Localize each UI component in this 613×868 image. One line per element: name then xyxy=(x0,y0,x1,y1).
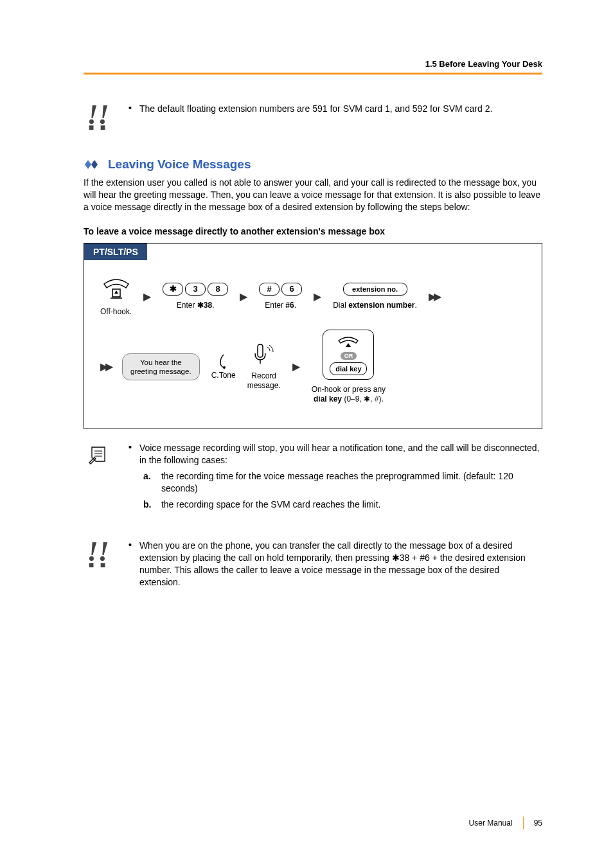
footer-divider xyxy=(523,817,524,829)
note-block: • Voice message recording will stop, you… xyxy=(84,442,542,514)
offhook-icon xyxy=(101,276,132,302)
footer-page-number: 95 xyxy=(534,819,542,828)
important-icon: !!■ ■ xyxy=(84,103,112,132)
svg-marker-5 xyxy=(346,343,351,347)
note-text: Voice message recording will stop, you w… xyxy=(139,442,542,514)
heading-diamond-icon xyxy=(84,159,102,170)
onhook-step: OR dial key On-hook or press any dial ke… xyxy=(312,330,386,404)
section-heading: Leaving Voice Messages xyxy=(84,157,542,172)
step-extno: extension no. Dial extension number. xyxy=(333,283,417,310)
ctone-step: C.Tone xyxy=(211,353,236,380)
onhook-caption: On-hook or press any dial key (0–9, ✱, #… xyxy=(312,385,386,404)
tip1-text: The default floating extension numbers a… xyxy=(139,103,542,115)
key-group-hash6: # 6 xyxy=(259,283,302,296)
onhook-icon xyxy=(335,335,361,350)
bullet-icon: • xyxy=(129,442,132,514)
flow-row-1: Off-hook. ▶ ✱ 3 8 Enter ✱38. ▶ xyxy=(100,276,526,317)
greeting-bubble: You hear the greeting message. xyxy=(122,353,200,381)
extno-caption: Dial extension number. xyxy=(333,301,417,310)
or-pill: OR xyxy=(341,352,357,360)
page-content: !!■ ■ • The default floating extension n… xyxy=(84,103,542,589)
tip1-body: • The default floating extension numbers… xyxy=(129,103,542,115)
header-section-label: 1.5 Before Leaving Your Desk xyxy=(425,59,542,69)
note-item-a: a.the recording time for the voice messa… xyxy=(143,470,542,495)
note-body: • Voice message recording will stop, you… xyxy=(129,442,542,514)
arrow-icon: ▶ xyxy=(314,290,321,303)
section-intro: If the extension user you called is not … xyxy=(84,177,542,213)
tip2-text: When you are on the phone, you can trans… xyxy=(139,540,542,589)
arrow-icon: ▶ xyxy=(292,360,300,373)
step-hash6: # 6 Enter #6. xyxy=(259,283,302,310)
note-item-b: b.the recording space for the SVM card r… xyxy=(143,499,542,511)
svg-marker-1 xyxy=(91,160,98,169)
key-extension-no: extension no. xyxy=(343,283,407,296)
footer-doc-title: User Manual xyxy=(469,819,513,828)
header-divider xyxy=(84,73,542,75)
key-star: ✱ xyxy=(163,283,183,296)
important-icon: !!■ ■ xyxy=(84,540,112,569)
key-hash: # xyxy=(259,283,280,296)
procedure-box: PT/SLT/PS Off-hook. ▶ ✱ xyxy=(84,243,542,429)
svg-marker-2 xyxy=(114,290,118,294)
continue-arrow-icon: ▶▶ xyxy=(429,290,439,303)
bullet-icon: • xyxy=(129,540,132,589)
microphone-icon xyxy=(251,343,277,366)
ctone-icon xyxy=(215,353,232,369)
bullet-icon: • xyxy=(129,103,132,115)
step-offhook: Off-hook. xyxy=(100,276,132,317)
ctone-caption: C.Tone xyxy=(211,371,236,380)
key-8: 8 xyxy=(208,283,228,296)
note-icon xyxy=(84,442,112,466)
key-6: 6 xyxy=(281,283,302,296)
onhook-dial-group: OR dial key xyxy=(323,330,374,380)
key-dialkey: dial key xyxy=(330,362,367,375)
section-title: Leaving Voice Messages xyxy=(108,157,251,172)
tip-block-1: !!■ ■ • The default floating extension n… xyxy=(84,103,542,132)
continue-arrow-icon: ▶▶ xyxy=(100,360,111,373)
arrow-icon: ▶ xyxy=(143,290,151,303)
offhook-caption: Off-hook. xyxy=(100,307,132,317)
key-3: 3 xyxy=(185,283,206,296)
tip-block-2: !!■ ■ • When you are on the phone, you c… xyxy=(84,540,542,589)
hash6-caption: Enter #6. xyxy=(265,301,296,310)
step-star38: ✱ 3 8 Enter ✱38. xyxy=(163,283,228,310)
record-step: Record message. xyxy=(247,343,281,391)
svg-point-3 xyxy=(223,366,226,369)
page-footer: User Manual 95 xyxy=(469,817,542,829)
tip2-body: • When you are on the phone, you can tra… xyxy=(129,540,542,589)
svg-marker-0 xyxy=(85,160,91,169)
key-group-star38: ✱ 3 8 xyxy=(163,283,228,296)
flow-row-2: ▶▶ You hear the greeting message. C.Tone xyxy=(100,330,526,404)
procedure-heading: To leave a voice message directly to ano… xyxy=(84,226,542,236)
key-group-extno: extension no. xyxy=(343,283,407,296)
procedure-tab: PT/SLT/PS xyxy=(84,244,147,260)
star38-caption: Enter ✱38. xyxy=(177,301,215,310)
note-sublist: a.the recording time for the voice messa… xyxy=(143,470,542,511)
record-caption: Record message. xyxy=(247,371,281,391)
procedure-body: Off-hook. ▶ ✱ 3 8 Enter ✱38. ▶ xyxy=(84,260,542,429)
arrow-icon: ▶ xyxy=(240,290,247,303)
